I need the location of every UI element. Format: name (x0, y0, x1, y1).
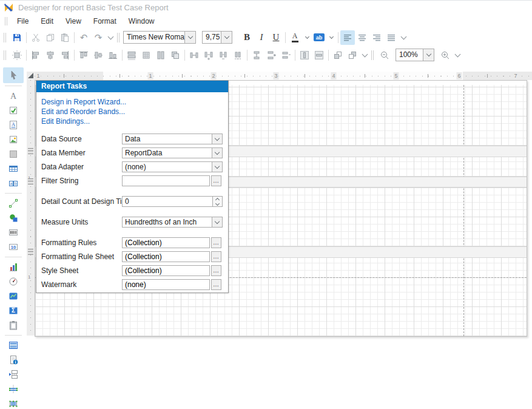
ellipsis-button[interactable]: … (211, 175, 221, 186)
link-design-in-report-wizard[interactable]: Design in Report Wizard... (41, 98, 126, 106)
zoom-more-button[interactable] (453, 48, 462, 63)
toolbox-check-box[interactable] (3, 103, 24, 118)
toolbox-label[interactable]: A (3, 89, 24, 103)
align-bottoms-button[interactable] (106, 48, 120, 63)
dropdown-button[interactable] (184, 32, 195, 43)
font-color-button[interactable]: A (288, 30, 302, 45)
order-more-button[interactable] (360, 48, 369, 63)
redo-button[interactable]: ↷ (91, 30, 106, 45)
send-to-back-button[interactable] (345, 48, 360, 63)
menu-edit[interactable]: Edit (35, 15, 59, 27)
copy-button[interactable] (43, 30, 58, 45)
toolbox-cross-band-box[interactable] (3, 396, 24, 409)
ellipsis-button[interactable]: … (211, 237, 221, 248)
align-right-button[interactable] (369, 30, 384, 45)
toolbox-document-info[interactable] (3, 353, 24, 367)
font-color-more-button[interactable] (302, 30, 312, 45)
decrease-horizontal-spacing-button[interactable] (216, 48, 231, 63)
toolbox-bar-code[interactable] (3, 225, 24, 240)
spin-down-button[interactable] (213, 201, 222, 206)
save-button[interactable] (10, 30, 24, 45)
band-splitter-grip[interactable] (28, 148, 33, 154)
make-same-width-button[interactable] (124, 48, 139, 63)
paste-button[interactable] (58, 30, 72, 45)
decrease-vertical-spacing-button[interactable] (278, 48, 293, 63)
remove-horizontal-spacing-button[interactable] (231, 48, 245, 63)
toolbox-panel[interactable] (3, 147, 24, 161)
toolbox-sparkline[interactable] (3, 289, 24, 303)
formatting-rules-editor[interactable]: (Collection) … (122, 237, 223, 248)
align-right-edges-button[interactable] (58, 48, 72, 63)
align-middles-button[interactable] (91, 48, 106, 63)
italic-button[interactable]: I (254, 30, 269, 45)
center-horizontally-button[interactable] (297, 48, 312, 63)
undo-button[interactable]: ↶ (76, 30, 91, 45)
band-splitter-grip[interactable] (28, 249, 33, 255)
data-source-combo[interactable]: Data (122, 134, 223, 144)
increase-vertical-spacing-button[interactable] (264, 48, 278, 63)
toolbar-grip[interactable] (371, 50, 374, 60)
toolbar-grip[interactable] (4, 50, 6, 60)
band-splitter-grip[interactable] (28, 178, 33, 184)
toolbox-character-comb[interactable]: ab (3, 176, 24, 191)
align-to-grid-button[interactable] (10, 48, 24, 63)
size-to-grid-button[interactable] (139, 48, 153, 63)
toolbox-shape[interactable] (3, 211, 24, 225)
undo-redo-more-button[interactable] (106, 30, 115, 45)
ellipsis-button[interactable]: … (211, 251, 221, 262)
dropdown-button[interactable] (212, 217, 222, 227)
cut-button[interactable] (29, 30, 43, 45)
horizontal-ruler[interactable]: 1 1 2 3 4 5 6 7 (35, 72, 532, 80)
dropdown-button[interactable] (212, 162, 222, 172)
link-edit-bindings[interactable]: Edit Bindings... (41, 117, 90, 126)
increase-horizontal-spacing-button[interactable] (201, 48, 216, 63)
zoom-out-button[interactable] (377, 48, 392, 63)
detail-count-spinner[interactable]: 0 (122, 196, 223, 207)
toolbox-table[interactable] (3, 161, 24, 176)
center-vertically-button[interactable] (312, 48, 326, 63)
toolbar-grip[interactable] (4, 33, 6, 42)
align-left-edges-button[interactable] (29, 48, 43, 63)
filter-string-value[interactable] (122, 175, 210, 186)
watermark-editor[interactable]: (none) … (122, 279, 223, 290)
highlight-more-button[interactable] (326, 30, 336, 45)
data-adapter-combo[interactable]: (none) (122, 161, 223, 172)
toolbox-page-info[interactable]: 10 (3, 240, 24, 254)
toolbox-subreport[interactable] (3, 318, 24, 333)
toolbox-table-of-contents[interactable] (3, 338, 24, 353)
zoom-in-button[interactable] (438, 48, 453, 63)
make-same-size-button[interactable] (168, 48, 183, 63)
spin-up-button[interactable] (213, 197, 222, 201)
menu-window[interactable]: Window (123, 15, 161, 27)
dropdown-button[interactable] (221, 32, 232, 43)
make-same-height-button[interactable] (153, 48, 168, 63)
menu-file[interactable]: File (11, 15, 35, 27)
data-member-combo[interactable]: ReportData (122, 147, 223, 158)
equal-horizontal-spacing-button[interactable] (187, 48, 201, 63)
filter-string-editor[interactable]: … (122, 175, 223, 186)
toolbox-cross-band-line[interactable] (3, 382, 24, 396)
toolbox-page-break[interactable] (3, 367, 24, 382)
toolbox-rich-text[interactable]: A (3, 118, 24, 132)
align-center-button[interactable] (355, 30, 369, 45)
ellipsis-button[interactable]: … (211, 265, 221, 276)
formatting-rule-sheet-editor[interactable]: (Collection) … (122, 251, 223, 262)
measure-units-combo[interactable]: Hundredths of an Inch (122, 217, 223, 228)
toolbox-line[interactable] (3, 196, 24, 211)
zoom-combo[interactable]: 100% (396, 49, 434, 61)
style-sheet-editor[interactable]: (Collection) … (122, 265, 223, 276)
equal-vertical-spacing-button[interactable] (249, 48, 264, 63)
justify-button[interactable] (384, 30, 399, 45)
toolbox-gauge[interactable] (3, 274, 24, 289)
toolbox-pointer[interactable] (3, 67, 24, 83)
highlight-color-button[interactable]: ab (312, 30, 326, 45)
dropdown-button[interactable] (212, 134, 222, 144)
toolbox-pivot-grid[interactable]: Σ (3, 303, 24, 318)
bring-to-front-button[interactable] (331, 48, 345, 63)
link-edit-and-reorder-bands[interactable]: Edit and Reorder Bands... (41, 107, 125, 116)
underline-button[interactable]: U (269, 30, 283, 45)
align-left-button[interactable] (340, 30, 355, 45)
ellipsis-button[interactable]: … (211, 279, 221, 290)
menu-format[interactable]: Format (87, 15, 123, 27)
dropdown-button[interactable] (212, 148, 222, 158)
